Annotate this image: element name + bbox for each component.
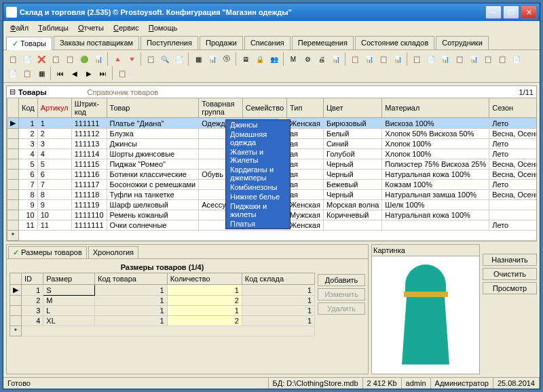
- col-header[interactable]: Артикул: [37, 98, 71, 118]
- toolbar-btn[interactable]: 📋: [495, 52, 509, 66]
- toolbar-btn[interactable]: 📋: [481, 52, 495, 66]
- toolbar-btn[interactable]: 📊: [206, 52, 219, 66]
- expand-icon[interactable]: ⊟: [10, 87, 16, 96]
- toolbar-btn[interactable]: ⚙: [301, 52, 314, 66]
- toolbar-btn[interactable]: ▦: [191, 52, 205, 66]
- dropdown-option[interactable]: Жакеты и Жилеты: [226, 147, 290, 165]
- subtab-1[interactable]: Хронология: [88, 246, 138, 258]
- col-header[interactable]: Код: [19, 98, 38, 118]
- menu-Файл[interactable]: Файл: [6, 22, 33, 33]
- toolbar-btn[interactable]: 📄: [6, 66, 20, 80]
- size-col[interactable]: Код склада: [242, 273, 314, 285]
- toolbar-btn[interactable]: 📋: [377, 52, 390, 66]
- tab-7[interactable]: Сотрудники: [436, 36, 489, 50]
- toolbar-btn[interactable]: 📋: [20, 66, 34, 80]
- toolbar-btn[interactable]: 🖥: [239, 52, 252, 66]
- tab-3[interactable]: Продажи: [200, 36, 243, 50]
- toolbar-btn[interactable]: 📋: [348, 52, 362, 66]
- subtab-0[interactable]: Размеры товаров: [8, 246, 87, 258]
- dropdown-option[interactable]: Пиджаки и жилеты: [226, 201, 290, 219]
- toolbar-btn[interactable]: 📋: [410, 52, 424, 66]
- toolbar-btn[interactable]: 📄: [172, 52, 186, 66]
- toolbar-btn[interactable]: 📄: [424, 52, 438, 66]
- toolbar-btn[interactable]: 📄: [510, 52, 523, 66]
- dropdown-option[interactable]: Комбинезоны: [226, 182, 290, 192]
- size-col[interactable]: Код товара: [95, 273, 168, 285]
- toolbar-btn[interactable]: 📋: [49, 52, 62, 66]
- menu-Сервис[interactable]: Сервис: [109, 22, 143, 33]
- new-row[interactable]: *: [7, 231, 537, 241]
- toolbar-btn[interactable]: ▦: [35, 66, 48, 80]
- delete-button[interactable]: Удалить: [318, 302, 365, 315]
- edit-button[interactable]: Изменить: [318, 288, 365, 300]
- menu-Помощь[interactable]: Помощь: [145, 22, 182, 33]
- toolbar-btn[interactable]: 📄: [20, 52, 34, 66]
- toolbar-btn[interactable]: ▶: [82, 66, 96, 80]
- col-header[interactable]: Тип: [287, 98, 324, 118]
- col-header[interactable]: Цвет: [323, 98, 381, 118]
- toolbar-btn[interactable]: 🔺: [111, 52, 124, 66]
- toolbar-btn[interactable]: ❌: [35, 52, 48, 66]
- products-grid[interactable]: КодАртикулШтрих-кодТоварТоварная группаС…: [7, 98, 536, 241]
- size-new-row[interactable]: *: [10, 326, 315, 336]
- col-header[interactable]: Сезон: [489, 98, 536, 118]
- size-row[interactable]: ▶1S111: [10, 285, 315, 296]
- menu-Таблицы[interactable]: Таблицы: [34, 22, 73, 33]
- toolbar-btn[interactable]: 📋: [453, 52, 466, 66]
- col-header[interactable]: Штрих-код: [71, 98, 107, 118]
- toolbar-btn[interactable]: 📋: [144, 52, 157, 66]
- toolbar-btn[interactable]: 🔍: [158, 52, 172, 66]
- toolbar-btn[interactable]: 📋: [115, 66, 129, 80]
- tab-4[interactable]: Списания: [244, 36, 291, 50]
- col-header[interactable]: Семейство: [242, 98, 286, 118]
- menu-Отчеты[interactable]: Отчеты: [74, 22, 108, 33]
- assign-button[interactable]: Назначить: [483, 254, 537, 266]
- toolbar-btn[interactable]: 📋: [6, 52, 20, 66]
- tab-1[interactable]: Заказы поставщикам: [54, 36, 139, 50]
- toolbar-btn[interactable]: 🖨: [315, 52, 329, 66]
- toolbar-btn[interactable]: 📊: [92, 52, 105, 66]
- maximize-button[interactable]: ☐: [503, 5, 519, 19]
- toolbar-btn[interactable]: 🔒: [253, 52, 267, 66]
- view-button[interactable]: Просмотр: [483, 282, 537, 294]
- close-button[interactable]: ✕: [521, 5, 537, 19]
- size-col[interactable]: Размер: [43, 273, 95, 285]
- toolbar-btn[interactable]: 🟢: [77, 52, 91, 66]
- toolbar-btn[interactable]: 📊: [391, 52, 405, 66]
- dropdown-option[interactable]: Джинсы: [226, 120, 290, 130]
- toolbar-btn[interactable]: ◀: [68, 66, 81, 80]
- col-header[interactable]: Материал: [382, 98, 489, 118]
- size-row[interactable]: 2M121: [10, 296, 315, 306]
- size-row[interactable]: 3L111: [10, 306, 315, 316]
- dropdown-option[interactable]: Кардиганы и джемперы: [226, 165, 290, 182]
- col-header[interactable]: Товарная группа: [199, 98, 242, 118]
- tab-6[interactable]: Состояние складов: [355, 36, 434, 50]
- toolbar-btn[interactable]: 📊: [329, 52, 343, 66]
- tab-0[interactable]: Товары: [6, 37, 52, 50]
- toolbar-btn[interactable]: M: [286, 52, 300, 66]
- tab-5[interactable]: Перемещения: [292, 36, 354, 50]
- toolbar-btn[interactable]: 🔻: [125, 52, 138, 66]
- minimize-button[interactable]: ─: [485, 5, 502, 19]
- toolbar-btn[interactable]: 📊: [438, 52, 452, 66]
- add-button[interactable]: Добавить: [318, 274, 365, 286]
- dropdown-option[interactable]: Платья: [226, 219, 290, 229]
- dropdown-option[interactable]: Домашняя одежда: [226, 130, 290, 147]
- toolbar-btn[interactable]: 📊: [467, 52, 481, 66]
- size-row[interactable]: 4XL121: [10, 316, 315, 326]
- toolbar-btn[interactable]: 👥: [267, 52, 281, 66]
- size-col[interactable]: ID: [22, 273, 43, 285]
- tab-2[interactable]: Поступления: [141, 36, 198, 50]
- toolbar-btn[interactable]: ⏮: [54, 66, 67, 80]
- toolbar-btn[interactable]: 📊: [362, 52, 376, 66]
- dropdown-option[interactable]: Нижнее белье: [226, 192, 290, 201]
- toolbar-btn[interactable]: ⓢ: [220, 52, 233, 66]
- toolbar-btn[interactable]: 📋: [63, 52, 77, 66]
- toolbar-btn[interactable]: ⏭: [96, 66, 110, 80]
- app-icon: [6, 7, 17, 18]
- family-dropdown[interactable]: ДжинсыДомашняя одеждаЖакеты и ЖилетыКард…: [225, 119, 291, 229]
- clear-button[interactable]: Очистить: [483, 268, 537, 280]
- size-col[interactable]: Количество: [167, 273, 242, 285]
- sizes-grid[interactable]: IDРазмерКод товараКоличествоКод склада▶1…: [10, 273, 315, 336]
- col-header[interactable]: Товар: [107, 98, 199, 118]
